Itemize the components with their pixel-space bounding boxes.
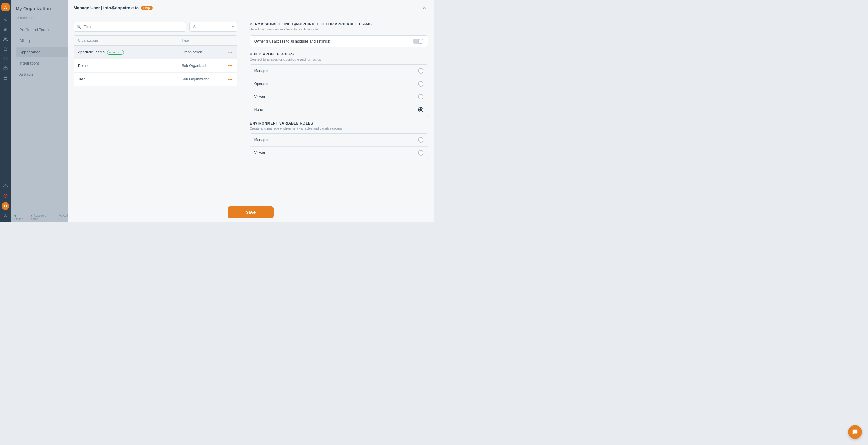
row-menu-2[interactable]: ••• (227, 63, 233, 68)
env-radio-viewer[interactable] (418, 150, 424, 155)
type-select[interactable]: All Organization Sub Organization (189, 22, 238, 32)
role-label-none: None (254, 108, 263, 112)
modal-body: 🔍 All Organization Sub Organization ▼ (67, 16, 434, 202)
row-menu-1[interactable]: ••• (227, 50, 233, 55)
main-area: My Organization 23 members Profile and T… (11, 0, 434, 222)
env-role-item-viewer[interactable]: Viewer (250, 147, 428, 159)
manage-user-modal: Manage User | info@appcircle.io Help × 🔍 (67, 0, 434, 222)
lock-icon[interactable] (2, 74, 9, 81)
radio-manager[interactable] (418, 68, 424, 73)
modal-footer: Save (67, 202, 434, 222)
env-variable-role-list: Manager Viewer (250, 133, 428, 159)
modal-header: Manage User | info@appcircle.io Help × (67, 0, 434, 16)
org-actions-1: ••• (224, 50, 233, 55)
svg-rect-2 (4, 78, 7, 79)
permissions-title: PERMISSIONS OF INFO@APPCIRCLE.IO FOR APP… (250, 22, 428, 26)
user-icon[interactable] (2, 212, 9, 219)
help-badge[interactable]: Help (141, 6, 153, 10)
code-icon[interactable] (2, 55, 9, 62)
owner-label: Owner (Full access to all modules and se… (254, 39, 330, 43)
logo-text: A (4, 5, 7, 10)
role-item-manager[interactable]: Manager (250, 64, 428, 78)
build-profile-roles-title: BUILD PROFILE ROLES (250, 52, 428, 56)
org-actions-2: ••• (224, 63, 233, 68)
sidebar: A ✎ ⊞ (0, 0, 11, 222)
alert-icon[interactable] (2, 192, 9, 200)
modal-left: 🔍 All Organization Sub Organization ▼ (67, 16, 244, 202)
close-button[interactable]: × (421, 4, 428, 11)
settings-icon[interactable] (2, 183, 9, 190)
role-item-operator[interactable]: Operator (250, 78, 428, 90)
radio-viewer[interactable] (418, 94, 424, 99)
build-profile-roles-section: BUILD PROFILE ROLES Connect to a reposit… (250, 52, 428, 116)
table-row[interactable]: Demo Sub Organization ••• (74, 59, 237, 73)
svg-point-0 (4, 38, 6, 39)
edit-icon[interactable]: ✎ (2, 16, 9, 24)
env-role-label-viewer: Viewer (254, 151, 265, 155)
org-table: Organizations Type Appcircle Teams assig… (73, 35, 238, 86)
radio-none[interactable] (418, 107, 424, 113)
toggle-knob (418, 39, 423, 43)
org-name-3: Test (78, 77, 182, 81)
row-menu-3[interactable]: ••• (227, 77, 233, 82)
table-row[interactable]: Test Sub Organization ••• (74, 73, 237, 86)
role-item-none[interactable]: None (250, 103, 428, 116)
app-logo[interactable]: A (1, 3, 10, 11)
user-avatar[interactable]: AT (1, 202, 9, 210)
svg-point-7 (5, 214, 6, 216)
type-select-wrap: All Organization Sub Organization ▼ (189, 22, 238, 32)
org-type-3: Sub Organization (182, 77, 224, 81)
org-actions-3: ••• (224, 77, 233, 82)
grid-icon[interactable]: ⊞ (2, 26, 9, 33)
role-label-operator: Operator (254, 82, 269, 86)
modal-overlay: Manage User | info@appcircle.io Help × 🔍 (11, 0, 434, 222)
owner-toggle[interactable] (412, 38, 424, 44)
org-name-1: Appcircle Teams assigned (78, 50, 182, 55)
users-icon[interactable] (2, 36, 9, 43)
role-label-viewer: Viewer (254, 95, 265, 99)
filter-input[interactable] (73, 22, 186, 32)
table-header: Organizations Type (74, 36, 237, 46)
assigned-badge: assigned (107, 50, 124, 55)
col-actions (224, 38, 233, 42)
permissions-subtitle: Select the user's access level for each … (250, 27, 428, 31)
env-variable-roles-subtitle: Create and manage environment variables … (250, 127, 428, 130)
owner-row: Owner (Full access to all modules and se… (250, 35, 428, 47)
filter-input-wrap: 🔍 (73, 22, 186, 32)
org-type-1: Organization (182, 50, 224, 54)
clipboard-icon[interactable] (2, 45, 9, 53)
col-type: Type (182, 38, 224, 42)
modal-title: Manage User | info@appcircle.io Help (73, 5, 153, 10)
table-row[interactable]: Appcircle Teams assigned Organization ••… (74, 46, 237, 59)
briefcase-icon[interactable] (2, 64, 9, 72)
filter-bar: 🔍 All Organization Sub Organization ▼ (73, 22, 238, 32)
env-role-item-manager[interactable]: Manager (250, 134, 428, 147)
svg-rect-1 (4, 67, 7, 70)
build-profile-roles-subtitle: Connect to a repository, configure and r… (250, 58, 428, 61)
save-button[interactable]: Save (228, 206, 274, 218)
org-type-2: Sub Organization (182, 64, 224, 68)
radio-inner (419, 108, 422, 111)
env-role-label-manager: Manager (254, 138, 269, 142)
env-variable-roles-section: ENVIRONMENT VARIABLE ROLES Create and ma… (250, 121, 428, 159)
build-profile-role-list: Manager Operator Viewer (250, 64, 428, 116)
env-radio-manager[interactable] (418, 137, 424, 143)
modal-right: PERMISSIONS OF INFO@APPCIRCLE.IO FOR APP… (244, 16, 434, 202)
env-variable-roles-title: ENVIRONMENT VARIABLE ROLES (250, 121, 428, 125)
radio-operator[interactable] (418, 81, 424, 87)
svg-point-3 (5, 186, 6, 187)
role-label-manager: Manager (254, 69, 269, 73)
col-organizations: Organizations (78, 38, 182, 42)
org-name-2: Demo (78, 64, 182, 68)
role-item-viewer[interactable]: Viewer (250, 90, 428, 103)
search-icon: 🔍 (76, 25, 81, 29)
